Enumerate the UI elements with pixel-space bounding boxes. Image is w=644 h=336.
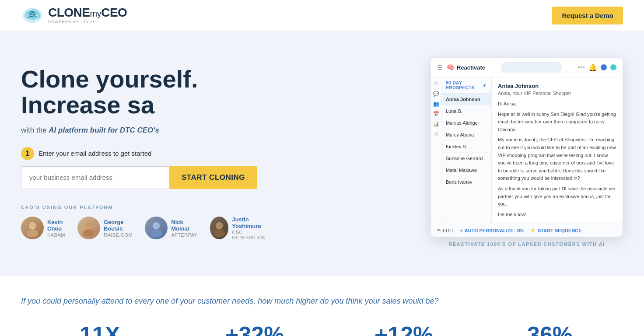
contact-item[interactable]: Suzanne Gerrard [441,153,491,164]
lightning-icon: ⚡ [530,228,536,233]
header: CLONEmyCEO POWERED BY LTV.AI Request a D… [0,0,644,31]
contact-item[interactable]: Marcy Abana [441,129,491,141]
start-cloning-button[interactable]: START CLONING [169,166,257,189]
hero-left: Clone yourself. Increase sa with the AI … [21,66,257,240]
avatar [77,217,100,239]
message-sender-title: Anisa, Your VIP Personal Shopper [498,91,616,96]
logo-title: CLONEmyCEO [48,7,127,19]
ceos-row: KevinChou KABAM GeorgeBousis RAISE.COM [21,216,257,240]
stat-item: 36% support cost reduction [520,323,580,336]
svg-point-7 [83,229,94,237]
ceo-company: KABAM [47,232,65,238]
app-body: ⊙ 💬 👥 📅 📊 ⚙ 90 DAY PROSPECTS ▼ Anisa Joh… [431,77,623,224]
brain-emoji-icon: 🧠 [446,63,455,71]
edit-button[interactable]: ✏ EDIT [437,228,454,233]
ceo-item: JustinYoshimura CSC GENERATION [210,216,270,240]
left-icon-strip: ⊙ 💬 👥 📅 📊 ⚙ [431,77,441,224]
avatar [145,217,168,239]
ceo-company: CSC GENERATION [232,230,270,240]
ceo-name: GeorgeBousis [104,219,133,232]
contact-item[interactable]: Boris Ivanov [441,176,491,188]
start-sequence-button[interactable]: ⚡ START SEQUENCE [530,228,582,233]
avatar [210,217,229,239]
app-topbar-left: ☰ 🧠 Reactivate [437,63,485,71]
ceo-item: KevinChou KABAM [21,217,65,239]
svg-point-5 [29,222,35,228]
ceo-name: NickMolnar [171,219,197,232]
ceo-info: NickMolnar AFTERPAY [171,219,197,238]
contacts-sidebar: 90 DAY PROSPECTS ▼ Anisa Johnson Luna B.… [441,77,492,224]
bell-icon: 🔔 [588,63,597,72]
stat-number: +12% [374,323,434,336]
svg-point-10 [150,229,162,237]
app-search-bar [501,62,562,73]
app-caption: REACTIVATE 1000'S OF LAPSED CUSTOMERS WI… [430,237,623,249]
auto-personalize-button[interactable]: + AUTO PERSONALIZE: ON [460,228,524,233]
hero-heading: Clone yourself. Increase sa [21,66,257,118]
contact-item[interactable]: Kinsley S. [441,141,491,153]
logo-subtitle: POWERED BY LTV.AI [48,20,127,24]
brain-icon [21,6,44,24]
app-preview: ☰ 🧠 Reactivate ▪▪▪ 🔔 ⊙ [430,57,623,237]
svg-point-2 [36,14,38,16]
ceo-info: JustinYoshimura CSC GENERATION [232,216,270,240]
message-body: Hi Anisa, Hope all is well in sunny San … [498,100,616,218]
svg-point-4 [27,229,38,237]
ceo-info: KevinChou KABAM [47,219,65,238]
stat-item: +12% gross margin increase [374,323,434,336]
contact-item[interactable]: Matai Makawa [441,164,491,176]
home-icon: ⊙ [434,81,438,87]
ceos-label: CEO'S USING OUR PLATFORM [21,205,257,210]
ceo-info: GeorgeBousis RAISE.COM [104,219,133,238]
message-area: Anisa Johnson Anisa, Your VIP Personal S… [492,77,623,224]
step-text: Enter your email address to get started [38,150,151,157]
app-topbar: ☰ 🧠 Reactivate ▪▪▪ 🔔 [431,58,623,77]
logo-area: CLONEmyCEO POWERED BY LTV.AI [21,6,127,24]
contact-item[interactable]: Luna B. [441,105,491,117]
app-topbar-icons: ▪▪▪ 🔔 [578,63,616,72]
ceo-item: GeorgeBousis RAISE.COM [77,217,133,239]
svg-point-13 [214,229,225,237]
ceo-name: JustinYoshimura [232,216,270,230]
user-dot-teal [610,64,616,70]
app-footer: ✏ EDIT + AUTO PERSONALIZE: ON ⚡ START SE… [431,224,623,237]
svg-point-11 [153,222,159,228]
demo-button[interactable]: Request a Demo [552,7,623,24]
avatar [21,217,44,239]
stat-item: 11X ROI on existing customers [64,323,136,336]
ceo-name: KevinChou [47,219,65,232]
ceo-item: NickMolnar AFTERPAY [145,217,197,239]
contact-item[interactable]: Marcus Aldrige [441,117,491,129]
stats-row: 11X ROI on existing customers +32% new c… [21,323,623,336]
chart-bar-icon: 📊 [433,121,439,127]
hamburger-icon: ☰ [437,64,443,71]
stats-question: If you could personally attend to every … [21,297,623,306]
ceo-company: RAISE.COM [104,232,133,238]
svg-point-14 [216,222,222,228]
logo-text: CLONEmyCEO POWERED BY LTV.AI [48,7,127,24]
ceo-company: AFTERPAY [171,232,197,238]
settings-icon: ⚙ [434,131,438,137]
email-input[interactable] [21,166,169,189]
user-dot-blue [601,64,607,70]
plus-icon: + [460,228,462,233]
step-label: 1 Enter your email address to get starte… [21,147,257,160]
contact-item[interactable]: Anisa Johnson [441,94,491,105]
cta-row: START CLONING [21,166,257,189]
hero-subheading: with the AI platform built for DTC CEO's [21,126,257,135]
app-preview-container: ☰ 🧠 Reactivate ▪▪▪ 🔔 ⊙ [430,57,623,249]
chat-icon: 💬 [433,91,439,97]
step-number: 1 [21,147,34,160]
calendar-icon: 📅 [433,111,439,117]
stat-number: 36% [520,323,580,336]
chevron-down-icon: ▼ [483,83,487,88]
stat-item: +32% new customers acquired [221,323,288,336]
people-icon: 👥 [433,101,439,107]
edit-icon: ✏ [437,228,441,233]
message-sender: Anisa Johnson [498,83,616,89]
stat-number: +32% [221,323,288,336]
chart-icon: ▪▪▪ [578,63,585,71]
hero-section: Clone yourself. Increase sa with the AI … [0,31,644,276]
svg-point-1 [27,14,29,16]
reactivate-badge: 🧠 Reactivate [446,63,485,71]
